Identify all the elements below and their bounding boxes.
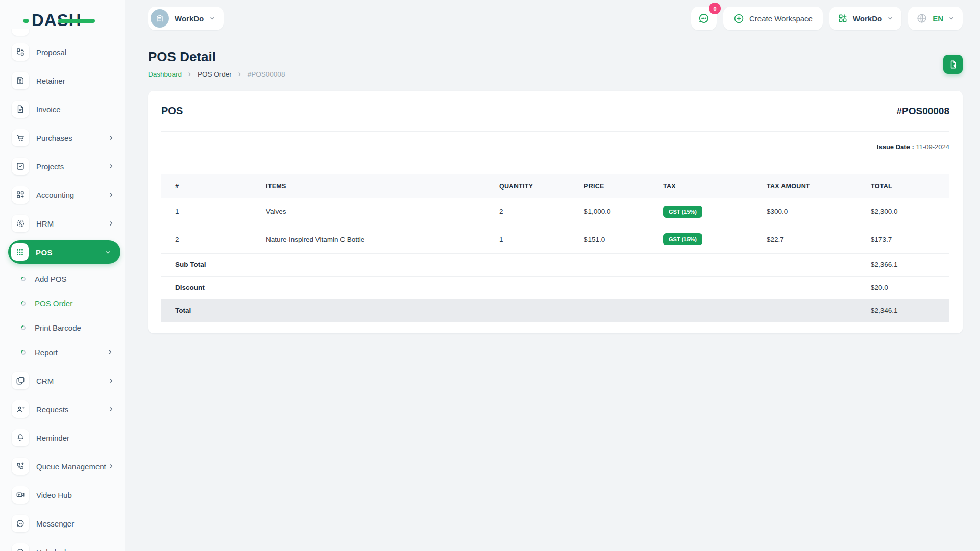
breadcrumb-dashboard-link[interactable]: Dashboard (148, 70, 182, 78)
sidebar-item-video-hub[interactable]: Video Hub (0, 481, 125, 509)
cell-no: 2 (161, 226, 252, 253)
col-header-no: # (161, 174, 252, 198)
company-menu[interactable]: WorkDo (829, 7, 901, 30)
crm-icon (12, 372, 29, 389)
sidebar-item-queue-management[interactable]: Queue Management (0, 452, 125, 481)
subtotal-label: Sub Total (161, 253, 857, 276)
sidebar-item-purchases[interactable]: Purchases (0, 123, 125, 152)
sidebar-item-label: Retainer (36, 77, 65, 85)
pos-items-table: # ITEMS QUANTITY PRICE TAX TAX AMOUNT TO… (161, 174, 949, 322)
discount-value: $20.0 (857, 276, 949, 299)
sidebar-item-reminder[interactable]: Reminder (0, 423, 125, 452)
sidebar-item-helpdesk[interactable]: Helpdesk (0, 538, 125, 551)
sidebar: DASH Proposal Retainer Invoice Purchases (0, 0, 125, 551)
logo-accent-dot (23, 19, 29, 23)
sidebar-item-accounting[interactable]: Accounting (0, 181, 125, 209)
phone-queue-icon (12, 458, 29, 475)
proposal-icon (12, 43, 29, 61)
accounting-icon (12, 186, 29, 204)
pos-number: #POS00008 (896, 106, 949, 117)
create-workspace-label: Create Workspace (749, 14, 813, 23)
language-menu[interactable]: EN (908, 7, 963, 30)
headphones-icon (12, 543, 29, 551)
sidebar-item-invoice[interactable]: Invoice (0, 95, 125, 123)
sidebar-item-projects[interactable]: Projects (0, 152, 125, 181)
chevron-right-icon (107, 349, 113, 355)
cell-quantity: 1 (485, 226, 570, 253)
sidebar-item-label: Accounting (36, 191, 74, 199)
discount-row: Discount $20.0 (161, 276, 949, 299)
page-header: POS Detail Dashboard POS Order #POS00008 (148, 49, 285, 78)
main-area: WorkDo 0 Create Workspace WorkDo (125, 0, 980, 551)
tax-badge: GST (15%) (663, 233, 702, 245)
card-header: POS #POS00008 (161, 91, 949, 132)
logo-accent-bar (58, 19, 95, 23)
company-name: WorkDo (853, 14, 882, 23)
hrm-icon (12, 215, 29, 232)
total-label: Total (161, 299, 857, 322)
message-bubble-icon (12, 515, 29, 532)
create-workspace-button[interactable]: Create Workspace (723, 7, 823, 30)
building-icon (155, 13, 165, 23)
invoice-icon (12, 101, 29, 118)
chevron-down-icon (948, 15, 954, 21)
chevron-down-icon (209, 15, 215, 21)
app-root: DASH Proposal Retainer Invoice Purchases (0, 0, 980, 551)
cell-price: $1,000.0 (570, 198, 649, 226)
sidebar-subitem-report[interactable]: Report (0, 340, 125, 364)
chevron-right-icon (108, 406, 114, 412)
chevron-right-icon (187, 71, 192, 77)
cell-no: 1 (161, 198, 252, 226)
cell-item: Nature-Inspired Vitamin C Bottle (252, 226, 485, 253)
tax-badge: GST (15%) (663, 206, 702, 218)
chevron-right-icon (108, 135, 114, 141)
bullet-icon (20, 276, 27, 282)
sidebar-item-label: Projects (36, 162, 64, 171)
bullet-icon (20, 324, 27, 331)
cell-item: Valves (252, 198, 485, 226)
cell-tax-amount: $22.7 (753, 226, 857, 253)
breadcrumb-pos-order-link[interactable]: POS Order (198, 70, 232, 78)
brand-logo[interactable]: DASH (32, 10, 82, 31)
sidebar-item-proposal[interactable]: Proposal (0, 38, 125, 66)
sidebar-subitem-print-barcode[interactable]: Print Barcode (0, 315, 125, 340)
col-header-tax: TAX (649, 174, 753, 198)
sidebar-item-label: Helpdesk (36, 548, 68, 551)
globe-icon (916, 13, 927, 24)
sidebar-item-label: CRM (36, 377, 54, 385)
workspace-switcher[interactable]: WorkDo (148, 7, 224, 30)
table-header-row: # ITEMS QUANTITY PRICE TAX TAX AMOUNT TO… (161, 174, 949, 198)
table-row: 2 Nature-Inspired Vitamin C Bottle 1 $15… (161, 226, 949, 253)
total-row: Total $2,346.1 (161, 299, 949, 322)
sidebar-item-pos[interactable]: POS (8, 240, 120, 264)
col-header-items: ITEMS (252, 174, 485, 198)
export-pos-button[interactable] (943, 55, 963, 74)
sidebar-item-label: Video Hub (36, 491, 72, 499)
sidebar-subitem-add-pos[interactable]: Add POS (0, 266, 125, 291)
discount-label: Discount (161, 276, 857, 299)
sidebar-item-hrm[interactable]: HRM (0, 209, 125, 238)
subtotal-value: $2,366.1 (857, 253, 949, 276)
sidebar-item-retainer[interactable]: Retainer (0, 66, 125, 95)
breadcrumb: Dashboard POS Order #POS00008 (148, 70, 285, 78)
projects-icon (12, 158, 29, 175)
sidebar-item-partial (12, 29, 29, 36)
language-label: EN (933, 14, 943, 23)
sidebar-item-label: Queue Management (36, 462, 106, 471)
issue-date-value: 11-09-2024 (916, 143, 949, 151)
sidebar-item-label: Requests (36, 405, 68, 414)
topbar: WorkDo 0 Create Workspace WorkDo (148, 7, 963, 30)
sidebar-item-label: HRM (36, 219, 54, 228)
sidebar-item-messenger[interactable]: Messenger (0, 509, 125, 538)
sidebar-item-label: Proposal (36, 48, 66, 57)
plus-circle-icon (733, 13, 744, 24)
cell-total: $173.7 (857, 226, 949, 253)
sidebar-item-label: Invoice (36, 105, 61, 114)
cell-total: $2,300.0 (857, 198, 949, 226)
sidebar-item-requests[interactable]: Requests (0, 395, 125, 423)
sidebar-subitem-pos-order[interactable]: POS Order (0, 291, 125, 315)
sidebar-item-crm[interactable]: CRM (0, 366, 125, 395)
chat-button[interactable]: 0 (691, 7, 717, 30)
col-header-quantity: QUANTITY (485, 174, 570, 198)
chevron-right-icon (108, 463, 114, 469)
